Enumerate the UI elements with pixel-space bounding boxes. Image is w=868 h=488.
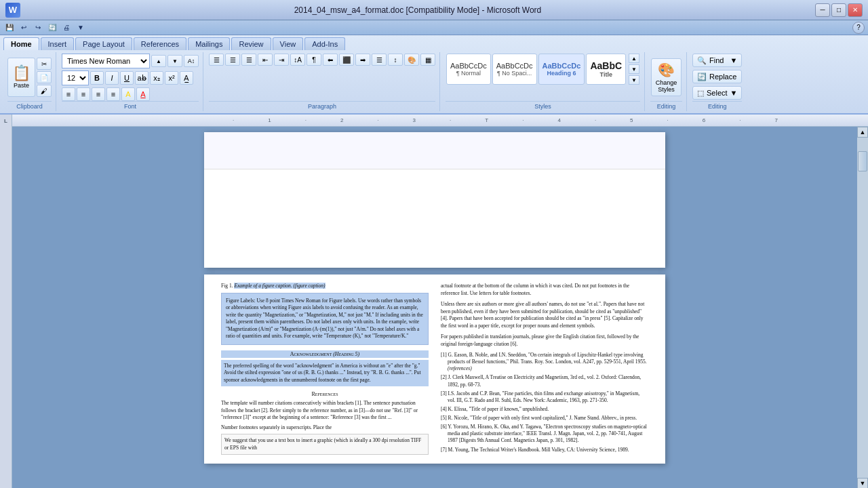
styles-scroll-up[interactable]: ▲ [629, 54, 639, 63]
style-normal[interactable]: AaBbCcDc ¶ Normal [446, 54, 491, 85]
col2-p1: actual footnote at the bottom of the col… [441, 283, 648, 297]
font-name-select[interactable]: Times New Roman [62, 54, 150, 68]
shading-button[interactable]: 🎨 [404, 54, 419, 66]
text-effects-button[interactable]: A̲ [180, 71, 193, 85]
ref-5: [5] R. Nicole, "Title of paper with only… [441, 415, 648, 422]
bold-button[interactable]: B [90, 71, 104, 85]
select-button[interactable]: ⬚ Select ▼ [692, 86, 742, 100]
align-right-button[interactable]: ≡ [92, 87, 105, 101]
print-qat-button[interactable]: 🖨 [60, 22, 73, 34]
font-row-1: Times New Roman ▲ ▼ A↕ [62, 54, 199, 68]
subscript-button[interactable]: x₂ [150, 71, 163, 85]
align-left-para-button[interactable]: ⬅ [323, 54, 338, 66]
style-no-spacing[interactable]: AaBbCcDc ¶ No Spaci... [492, 54, 537, 85]
document-page-header [204, 132, 665, 268]
tab-review[interactable]: Review [231, 37, 271, 50]
center-para-button[interactable]: ⬛ [339, 54, 354, 66]
multilevel-list-button[interactable]: ☰ [241, 54, 256, 66]
close-button[interactable]: ✕ [848, 3, 863, 17]
change-styles-group: 🎨 Change Styles Editing [646, 52, 687, 111]
format-painter-button[interactable]: 🖌 [37, 85, 52, 97]
bullets-button[interactable]: ☰ [209, 54, 224, 66]
tab-view[interactable]: View [273, 37, 304, 50]
save-qat-button[interactable]: 💾 [3, 22, 16, 34]
refresh-qat-button[interactable]: 🔄 [46, 22, 58, 34]
numbering-button[interactable]: ☰ [225, 54, 240, 66]
align-left-button[interactable]: ≡ [62, 87, 75, 101]
title-bar: W 2014_04_msw_a4_format.doc [Compatibili… [0, 0, 868, 20]
ref-1: [1] G. Eason, B. Noble, and I.N. Sneddon… [441, 352, 648, 372]
tab-home[interactable]: Home [3, 37, 39, 50]
tab-references[interactable]: References [134, 37, 186, 50]
copy-button[interactable]: 📄 [37, 71, 52, 83]
graphic-box: We suggest that you use a text box to in… [221, 434, 429, 455]
redo-qat-button[interactable]: ↪ [32, 22, 44, 34]
find-button[interactable]: 🔍 Find ▼ [692, 54, 742, 67]
italic-button[interactable]: I [105, 71, 119, 85]
reference-list: [1] G. Eason, B. Noble, and I.N. Sneddon… [441, 352, 648, 453]
paste-button[interactable]: 📋 Paste [7, 58, 35, 97]
highlight-button[interactable]: A [121, 87, 135, 101]
styles-scroll-down[interactable]: ▼ [629, 64, 639, 74]
justify-para-button[interactable]: ☰ [372, 54, 387, 66]
line-spacing-button[interactable]: ↕ [388, 54, 403, 66]
find-dropdown-icon: ▼ [730, 56, 738, 64]
cut-button[interactable]: ✂ [37, 58, 52, 70]
font-size-select[interactable]: 12 [62, 70, 89, 85]
maximize-button[interactable]: □ [831, 3, 846, 17]
fig-label: Fig 1. Example of a figure caption. (fig… [221, 283, 429, 290]
decrease-indent-button[interactable]: ⇤ [258, 54, 273, 66]
figure-labels-box: Figure Labels: Use 8 point Times New Rom… [221, 293, 429, 345]
ref-4: [4] K. Elissa, "Title of paper if known,… [441, 406, 648, 413]
font-size-down-button[interactable]: ▼ [167, 55, 182, 67]
font-row-3: ≡ ≡ ≡ ≡ A A [62, 87, 199, 101]
right-column: actual footnote at the bottom of the col… [441, 283, 648, 455]
tab-add-ins[interactable]: Add-Ins [304, 37, 345, 50]
strikethrough-button[interactable]: ab̶ [135, 71, 149, 85]
scroll-up-button[interactable]: ▲ [857, 127, 868, 138]
show-hide-button[interactable]: ¶ [307, 54, 321, 66]
font-color-button[interactable]: A [136, 87, 150, 101]
styles-label: Styles [446, 101, 640, 110]
undo-qat-button[interactable]: ↩ [18, 22, 30, 34]
underline-button[interactable]: U [120, 71, 134, 85]
tab-insert[interactable]: Insert [41, 37, 75, 50]
style-title[interactable]: AaBbC Title [586, 54, 626, 85]
sort-button[interactable]: ↕A [290, 54, 305, 66]
scroll-thumb[interactable] [858, 151, 867, 171]
font-row-2: 12 B I U ab̶ x₂ x² A̲ [62, 70, 199, 85]
change-styles-button[interactable]: 🎨 Change Styles [651, 58, 682, 96]
borders-button[interactable]: ▦ [420, 54, 435, 66]
tab-page-layout[interactable]: Page Layout [75, 37, 132, 50]
quick-access-toolbar: 💾 ↩ ↪ 🔄 🖨 ▼ ? [0, 20, 868, 35]
tab-mailings[interactable]: Mailings [188, 37, 230, 50]
scroll-down-button[interactable]: ▼ [857, 478, 868, 488]
clipboard-label: Clipboard [7, 101, 52, 110]
minimize-button[interactable]: ─ [815, 3, 830, 17]
ack-heading: Acknowledgment (Heading 5) [221, 350, 429, 358]
replace-button[interactable]: 🔄 Replace [692, 70, 742, 83]
right-scrollbar[interactable]: ▲ ▼ [857, 127, 868, 488]
refs-note: Number footnotes separately in superscri… [221, 424, 429, 432]
styles-more[interactable]: ▼ [629, 75, 639, 85]
font-size-up-button[interactable]: ▲ [151, 55, 166, 67]
ref-2: [2] J. Clerk Maxwell, A Treatise on Elec… [441, 374, 648, 388]
page-header-area [204, 132, 665, 169]
style-heading6[interactable]: AaBbCcDc Heading 6 [538, 54, 585, 85]
clear-formatting-button[interactable]: A↕ [184, 55, 199, 67]
qat-dropdown-button[interactable]: ▼ [75, 22, 87, 34]
change-styles-label: Change Styles [656, 79, 677, 93]
select-icon: ⬚ [697, 89, 704, 98]
font-label: Font [62, 101, 199, 110]
styles-group: AaBbCcDc ¶ Normal AaBbCcDc ¶ No Spaci...… [441, 52, 645, 111]
change-styles-content: 🎨 Change Styles [651, 54, 682, 101]
justify-button[interactable]: ≡ [106, 87, 120, 101]
paste-icon: 📋 [12, 66, 31, 81]
help-button[interactable]: ? [852, 22, 865, 34]
page-container[interactable]: Fig 1. Example of a figure caption. (fig… [12, 127, 857, 488]
align-right-para-button[interactable]: ➡ [355, 54, 370, 66]
increase-indent-button[interactable]: ⇥ [274, 54, 289, 66]
superscript-button[interactable]: x² [165, 71, 178, 85]
align-center-button[interactable]: ≡ [77, 87, 90, 101]
paragraph-label: Paragraph [209, 101, 435, 110]
